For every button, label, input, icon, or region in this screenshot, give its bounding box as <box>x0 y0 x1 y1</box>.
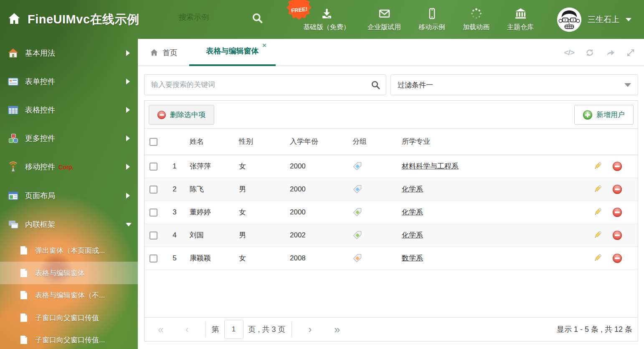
sidebar-subitem-label: 表格与编辑窗体 <box>35 268 85 278</box>
sidebar-item-grid-controls[interactable]: 表格控件 <box>0 99 138 121</box>
page-label-suffix: 页 , 共 3 页 <box>248 324 286 334</box>
sidebar-menu: 基本用法 表单控件 表格控件 更多控件 移动控件 Corp. 页面布局 <box>0 39 138 349</box>
column-header-group: 分组 <box>347 129 396 155</box>
sidebar-item-mobile-controls[interactable]: 移动控件 Corp. <box>0 155 138 178</box>
grid-panel: 删除选中项 新增用户 姓名 性别 入学年份 分组 <box>144 100 638 341</box>
sidebar-subitem-label: 子窗口向父窗口传值... <box>35 335 105 345</box>
header-search-input[interactable] <box>179 13 246 22</box>
nav-item-loading-animation[interactable]: 加载动画 <box>463 7 489 32</box>
grid-toolbar: 删除选中项 新增用户 <box>145 101 638 129</box>
delete-icon[interactable] <box>613 231 622 240</box>
cell-gender: 男 <box>233 178 284 201</box>
last-page-button[interactable]: » <box>334 324 340 336</box>
cell-row-number: 3 <box>163 201 184 224</box>
home-icon <box>150 48 159 57</box>
add-user-button[interactable]: 新增用户 <box>574 105 634 125</box>
corp-badge: Corp. <box>58 163 74 171</box>
table-empty-space <box>145 270 638 318</box>
sidebar-subitem-grid-edit-window[interactable]: 表格与编辑窗体 <box>0 262 138 284</box>
nav-item-theme-repo[interactable]: 主题仓库 <box>507 7 534 32</box>
edit-icon[interactable] <box>593 161 602 171</box>
cell-gender: 女 <box>233 247 284 270</box>
search-icon[interactable] <box>370 80 380 90</box>
major-link[interactable]: 化学系 <box>402 231 423 239</box>
nav-item-enterprise-trial[interactable]: 企业版试用 <box>368 7 401 32</box>
share-icon[interactable] <box>605 48 615 58</box>
cell-gender: 女 <box>233 201 284 224</box>
file-icon <box>19 268 28 278</box>
user-avatar <box>557 8 581 32</box>
edit-icon[interactable] <box>593 230 602 240</box>
sidebar-subitem-popup-window[interactable]: 弹出窗体（本页面或... <box>0 239 138 262</box>
view-source-icon[interactable]: </> <box>564 48 574 57</box>
edit-icon[interactable] <box>593 184 602 194</box>
table-row: 1 张萍萍 女 2000 材料科学与工程系 <box>145 155 638 178</box>
row-checkbox[interactable] <box>150 186 157 194</box>
expand-icon[interactable] <box>626 48 636 58</box>
filter-dropdown-value: 过滤条件一 <box>398 80 433 90</box>
delete-icon[interactable] <box>613 254 622 263</box>
search-icon[interactable] <box>251 12 263 24</box>
major-link[interactable]: 化学系 <box>402 185 423 193</box>
delete-selected-button[interactable]: 删除选中项 <box>149 105 214 125</box>
delete-icon[interactable] <box>613 208 622 217</box>
delete-icon[interactable] <box>613 162 622 171</box>
nav-item-basic-edition[interactable]: 基础版（免费） <box>303 7 350 32</box>
table-icon <box>8 104 19 116</box>
major-link[interactable]: 材料科学与工程系 <box>402 162 459 170</box>
edit-icon[interactable] <box>593 207 602 217</box>
sidebar-item-basic-usage[interactable]: 基本用法 <box>0 42 138 64</box>
keyword-search-input[interactable] <box>144 74 386 95</box>
previous-page-button[interactable]: ‹ <box>185 324 189 335</box>
cell-year: 2008 <box>284 247 347 270</box>
sidebar-item-more-controls[interactable]: 更多控件 <box>0 127 138 150</box>
user-name: 三生石上 <box>588 14 619 25</box>
nav-item-mobile-demo[interactable]: 移动示例 <box>418 7 445 32</box>
next-page-button[interactable]: › <box>309 324 312 335</box>
sidebar-item-iframe[interactable]: 内联框架 <box>0 213 138 236</box>
sidebar-item-page-layout[interactable]: 页面布局 <box>0 184 138 207</box>
row-checkbox[interactable] <box>150 255 157 262</box>
spinner-icon <box>470 7 483 20</box>
chevron-right-icon <box>126 164 130 170</box>
table-header-row: 姓名 性别 入学年份 分组 所学专业 <box>145 129 638 155</box>
refresh-icon[interactable] <box>585 48 595 58</box>
bank-icon <box>514 7 527 20</box>
sidebar-item-label: 表单控件 <box>25 76 55 87</box>
major-link[interactable]: 化学系 <box>402 208 423 216</box>
home-icon[interactable] <box>7 12 21 26</box>
row-checkbox[interactable] <box>150 232 157 239</box>
close-icon[interactable]: × <box>262 42 266 49</box>
tab-grid-edit-window[interactable]: 表格与编辑窗体 × <box>189 39 276 66</box>
sidebar-item-label: 页面布局 <box>25 191 55 201</box>
first-page-button[interactable]: « <box>158 324 164 336</box>
sidebar-subitem-label: 弹出窗体（本页面或... <box>35 246 105 255</box>
divider <box>205 322 206 337</box>
sidebar-subitem-grid-edit-window-2[interactable]: 表格与编辑窗体（不... <box>0 284 138 306</box>
cell-row-number: 2 <box>163 178 184 201</box>
table-row: 2 陈飞 男 2000 化学系 <box>145 178 638 201</box>
user-menu[interactable]: 三生石上 <box>557 0 631 39</box>
row-checkbox[interactable] <box>150 163 157 171</box>
filter-dropdown[interactable]: 过滤条件一 <box>390 74 638 95</box>
record-count-summary: 显示 1 - 5 条 , 共 12 条 <box>557 324 632 334</box>
tab-home[interactable]: 首页 <box>150 39 177 66</box>
sidebar-item-form-controls[interactable]: 表单控件 <box>0 70 138 93</box>
form-icon <box>8 76 19 87</box>
select-all-checkbox[interactable] <box>150 138 157 146</box>
cell-gender: 女 <box>233 155 284 178</box>
cell-year: 2000 <box>284 178 347 201</box>
page-number-input[interactable] <box>224 320 243 339</box>
row-checkbox[interactable] <box>150 209 157 217</box>
cell-row-number: 1 <box>163 155 184 178</box>
mobile-icon <box>426 7 439 20</box>
sidebar-subitem-child-to-parent[interactable]: 子窗口向父窗口传值 <box>0 306 138 329</box>
sidebar-item-label: 表格控件 <box>25 105 55 115</box>
file-icon <box>19 245 28 255</box>
download-icon <box>320 7 333 20</box>
delete-icon[interactable] <box>613 185 622 194</box>
tab-bar: 首页 表格与编辑窗体 × </> <box>138 39 644 66</box>
major-link[interactable]: 数学系 <box>402 254 423 262</box>
sidebar-subitem-child-to-parent-2[interactable]: 子窗口向父窗口传值... <box>0 329 138 349</box>
edit-icon[interactable] <box>593 253 602 263</box>
